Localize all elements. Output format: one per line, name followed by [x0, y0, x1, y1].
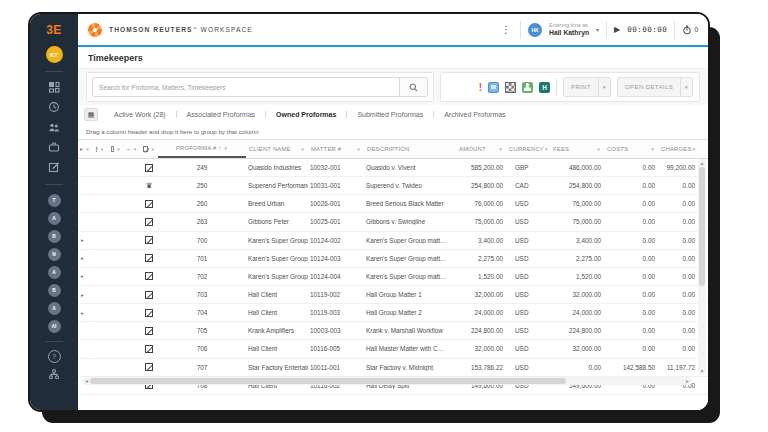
- filter-caret-icon[interactable]: ▼: [596, 147, 601, 152]
- column-amount[interactable]: AMOUNT ▼: [456, 140, 506, 158]
- column-edit[interactable]: ▼: [140, 140, 158, 158]
- print-button[interactable]: PRINT ▾: [563, 77, 611, 97]
- column-activity[interactable]: ~ ▼: [124, 140, 140, 158]
- open-details-button[interactable]: OPEN DETAILS ▾: [617, 77, 693, 97]
- edit-proforma-icon[interactable]: [145, 345, 153, 353]
- search-button[interactable]: [399, 78, 427, 96]
- filter-caret-icon[interactable]: ▼: [116, 147, 121, 152]
- time-icon[interactable]: [45, 98, 63, 116]
- filter-caret-icon[interactable]: ▼: [150, 147, 155, 152]
- column-alert[interactable]: ! ▼: [92, 140, 108, 158]
- table-row[interactable]: ▸ 703 Hall Client 10119-002 Hall Group M…: [78, 286, 708, 304]
- view-toggle-button[interactable]: ▦: [84, 108, 98, 121]
- compose-icon[interactable]: [45, 158, 63, 176]
- expand-all-icon[interactable]: ▸: [80, 146, 83, 152]
- shortcut-avatar[interactable]: T: [48, 194, 61, 207]
- edit-proforma-icon[interactable]: [145, 236, 153, 244]
- tab-archived-proformas[interactable]: Archived Proformas: [434, 111, 515, 118]
- hierarchy-icon[interactable]: [45, 365, 63, 383]
- people-icon[interactable]: [45, 118, 63, 136]
- alert-icon[interactable]: !: [479, 82, 482, 93]
- filter-caret-icon[interactable]: ▼: [650, 147, 655, 152]
- edit-proforma-icon[interactable]: [145, 327, 153, 335]
- tab-owned-proformas[interactable]: Owned Proformas: [266, 111, 347, 118]
- scroll-up-icon[interactable]: ▲: [698, 160, 706, 166]
- shortcut-avatar[interactable]: A: [48, 302, 61, 315]
- filter-caret-icon[interactable]: ▼: [692, 147, 697, 152]
- row-expander-icon[interactable]: ▸: [78, 310, 92, 316]
- shortcut-avatar[interactable]: A: [48, 266, 61, 279]
- vertical-scroll-thumb[interactable]: [699, 167, 705, 286]
- scroll-right-icon[interactable]: ►: [685, 377, 690, 385]
- table-row[interactable]: 705 Krank Amplifiers 10003-003 Krank v. …: [78, 322, 708, 340]
- app-logo-3e[interactable]: 3E: [46, 23, 62, 37]
- scroll-down-icon[interactable]: ▼: [698, 368, 706, 374]
- column-matter[interactable]: MATTER # ▼: [308, 140, 364, 158]
- timer-play-icon[interactable]: ▶: [614, 25, 620, 34]
- edit-proforma-icon[interactable]: [145, 309, 153, 317]
- filter-caret-icon[interactable]: ▼: [85, 147, 90, 152]
- table-row[interactable]: ▸ 701 Karen's Super Group 10124-003 Kare…: [78, 250, 708, 268]
- column-proforma[interactable]: PROFORMA # ↑ ▼: [158, 140, 246, 158]
- filter-caret-icon[interactable]: ▼: [356, 147, 361, 152]
- column-description[interactable]: DESCRIPTION: [364, 140, 456, 158]
- print-dropdown-caret-icon[interactable]: ▾: [598, 78, 610, 96]
- table-row[interactable]: ▸ 702 Karen's Super Group 10124-004 Kare…: [78, 268, 708, 286]
- sidebar-user-avatar[interactable]: KT: [46, 46, 63, 63]
- checker-icon[interactable]: [505, 82, 516, 93]
- tab-submitted-proformas[interactable]: Submitted Proformas: [347, 111, 434, 118]
- table-row[interactable]: 706 Hall Client 10116-005 Hall Master Ma…: [78, 340, 708, 358]
- table-row[interactable]: ▸ 700 Karen's Super Group 10124-002 Kare…: [78, 232, 708, 250]
- tab-associated-proformas[interactable]: Associated Proformas: [177, 111, 266, 118]
- edit-proforma-icon[interactable]: [145, 291, 153, 299]
- scroll-left-icon[interactable]: ◄: [84, 377, 89, 385]
- shortcut-avatar[interactable]: B: [48, 284, 61, 297]
- search-input[interactable]: [93, 78, 399, 96]
- edit-proforma-icon[interactable]: [145, 272, 153, 280]
- filter-caret-icon[interactable]: ▼: [100, 147, 105, 152]
- vertical-scrollbar[interactable]: ▲ ▼: [698, 159, 706, 375]
- filter-caret-icon[interactable]: ▼: [498, 147, 503, 152]
- row-expander-icon[interactable]: ▸: [78, 273, 92, 279]
- table-row[interactable]: 249 Quasido Industries 10032-001 Quasido…: [78, 159, 708, 177]
- kebab-menu-icon[interactable]: ⋮: [499, 24, 513, 35]
- user-badge-icon[interactable]: [522, 82, 533, 93]
- column-fees[interactable]: FEES ▼: [550, 140, 604, 158]
- column-notes[interactable]: ▼: [108, 140, 124, 158]
- filter-caret-icon[interactable]: ▼: [300, 147, 305, 152]
- filter-caret-icon[interactable]: ▼: [544, 147, 549, 152]
- column-currency[interactable]: CURRENCY ▼: [506, 140, 550, 158]
- column-client[interactable]: CLIENT NAME ▼: [246, 140, 308, 158]
- shortcut-avatar[interactable]: N: [48, 248, 61, 261]
- shortcut-avatar[interactable]: A: [48, 212, 61, 225]
- message-icon[interactable]: [488, 82, 499, 93]
- help-icon[interactable]: ?: [48, 350, 61, 363]
- user-dropdown-caret-icon[interactable]: ▾: [596, 26, 599, 33]
- h-badge-icon[interactable]: H: [539, 82, 550, 93]
- stopwatch-button[interactable]: 0: [682, 25, 698, 35]
- filter-caret-icon[interactable]: ▼: [133, 147, 138, 152]
- horizontal-scroll-thumb[interactable]: [90, 378, 566, 384]
- table-row[interactable]: ♛ 250 Superend Performance 10031-001 Sup…: [78, 177, 708, 195]
- user-avatar[interactable]: HK: [528, 23, 542, 37]
- table-row[interactable]: ▸ 704 Hall Client 10119-003 Hall Group M…: [78, 304, 708, 322]
- row-expander-icon[interactable]: ▸: [78, 292, 92, 298]
- matters-icon[interactable]: [45, 138, 63, 156]
- column-charges[interactable]: CHARGES ▼: [658, 140, 698, 158]
- tab-active-work-28-[interactable]: Active Work (28): [104, 111, 177, 118]
- entering-time-as[interactable]: Entering time as Hall Kathryn: [549, 22, 589, 37]
- edit-proforma-icon[interactable]: [145, 164, 153, 172]
- edit-proforma-icon[interactable]: [145, 363, 153, 371]
- table-row[interactable]: 260 Breed Urban 10026-001 Breed Serious …: [78, 195, 708, 213]
- row-expander-icon[interactable]: ▸: [78, 255, 92, 261]
- edit-proforma-icon[interactable]: [145, 254, 153, 262]
- column-costs[interactable]: COSTS ▼: [604, 140, 658, 158]
- group-by-bar[interactable]: Drag a column header and drop it here to…: [78, 123, 708, 139]
- dashboard-icon[interactable]: [45, 78, 63, 96]
- horizontal-scrollbar[interactable]: ◄ ►: [82, 377, 692, 385]
- table-row[interactable]: 707 Star Factory Entertainm… 10011-001 S…: [78, 359, 708, 377]
- row-expander-icon[interactable]: ▸: [78, 237, 92, 243]
- shortcut-avatar[interactable]: AI: [48, 320, 61, 333]
- shortcut-avatar[interactable]: B: [48, 230, 61, 243]
- filter-caret-icon[interactable]: ▼: [223, 146, 228, 151]
